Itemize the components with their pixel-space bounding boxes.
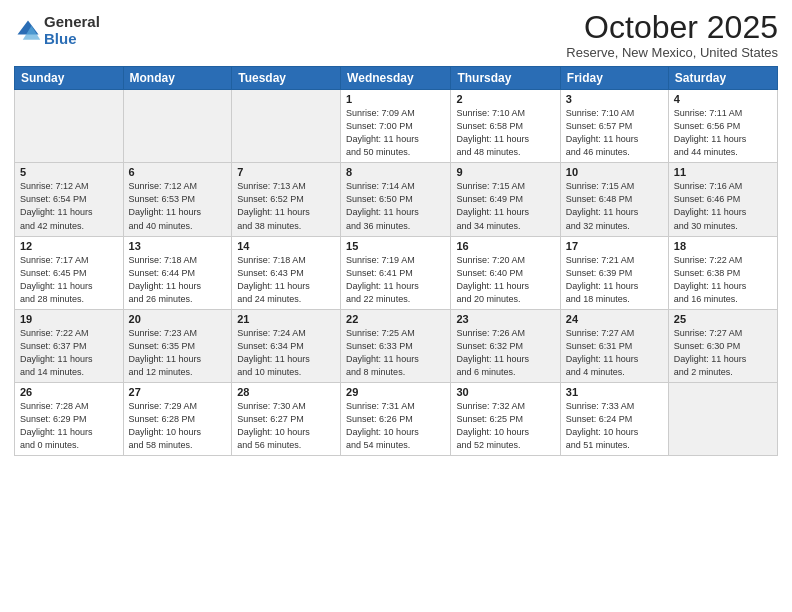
day-info: Sunrise: 7:30 AM Sunset: 6:27 PM Dayligh…: [237, 400, 335, 452]
day-number: 31: [566, 386, 663, 398]
day-info: Sunrise: 7:10 AM Sunset: 6:58 PM Dayligh…: [456, 107, 554, 159]
day-info: Sunrise: 7:18 AM Sunset: 6:43 PM Dayligh…: [237, 254, 335, 306]
table-row: 4Sunrise: 7:11 AM Sunset: 6:56 PM Daylig…: [668, 90, 777, 163]
table-row: 12Sunrise: 7:17 AM Sunset: 6:45 PM Dayli…: [15, 236, 124, 309]
logo-general-text: General: [44, 14, 100, 31]
day-number: 15: [346, 240, 445, 252]
day-info: Sunrise: 7:09 AM Sunset: 7:00 PM Dayligh…: [346, 107, 445, 159]
header-tuesday: Tuesday: [232, 67, 341, 90]
day-number: 9: [456, 166, 554, 178]
day-info: Sunrise: 7:23 AM Sunset: 6:35 PM Dayligh…: [129, 327, 227, 379]
day-info: Sunrise: 7:25 AM Sunset: 6:33 PM Dayligh…: [346, 327, 445, 379]
day-number: 12: [20, 240, 118, 252]
day-number: 5: [20, 166, 118, 178]
table-row: 25Sunrise: 7:27 AM Sunset: 6:30 PM Dayli…: [668, 309, 777, 382]
day-info: Sunrise: 7:32 AM Sunset: 6:25 PM Dayligh…: [456, 400, 554, 452]
table-row: 18Sunrise: 7:22 AM Sunset: 6:38 PM Dayli…: [668, 236, 777, 309]
table-row: 22Sunrise: 7:25 AM Sunset: 6:33 PM Dayli…: [341, 309, 451, 382]
day-info: Sunrise: 7:15 AM Sunset: 6:49 PM Dayligh…: [456, 180, 554, 232]
table-row: 8Sunrise: 7:14 AM Sunset: 6:50 PM Daylig…: [341, 163, 451, 236]
calendar-week-row: 19Sunrise: 7:22 AM Sunset: 6:37 PM Dayli…: [15, 309, 778, 382]
header-wednesday: Wednesday: [341, 67, 451, 90]
day-info: Sunrise: 7:18 AM Sunset: 6:44 PM Dayligh…: [129, 254, 227, 306]
day-info: Sunrise: 7:31 AM Sunset: 6:26 PM Dayligh…: [346, 400, 445, 452]
table-row: 5Sunrise: 7:12 AM Sunset: 6:54 PM Daylig…: [15, 163, 124, 236]
day-info: Sunrise: 7:13 AM Sunset: 6:52 PM Dayligh…: [237, 180, 335, 232]
day-info: Sunrise: 7:26 AM Sunset: 6:32 PM Dayligh…: [456, 327, 554, 379]
table-row: 20Sunrise: 7:23 AM Sunset: 6:35 PM Dayli…: [123, 309, 232, 382]
day-info: Sunrise: 7:22 AM Sunset: 6:37 PM Dayligh…: [20, 327, 118, 379]
day-number: 17: [566, 240, 663, 252]
day-info: Sunrise: 7:11 AM Sunset: 6:56 PM Dayligh…: [674, 107, 772, 159]
table-row: 29Sunrise: 7:31 AM Sunset: 6:26 PM Dayli…: [341, 382, 451, 455]
day-number: 10: [566, 166, 663, 178]
day-number: 27: [129, 386, 227, 398]
day-number: 25: [674, 313, 772, 325]
table-row: 17Sunrise: 7:21 AM Sunset: 6:39 PM Dayli…: [560, 236, 668, 309]
day-info: Sunrise: 7:15 AM Sunset: 6:48 PM Dayligh…: [566, 180, 663, 232]
table-row: [232, 90, 341, 163]
table-row: 6Sunrise: 7:12 AM Sunset: 6:53 PM Daylig…: [123, 163, 232, 236]
page: General Blue October 2025 Reserve, New M…: [0, 0, 792, 612]
table-row: 28Sunrise: 7:30 AM Sunset: 6:27 PM Dayli…: [232, 382, 341, 455]
header-monday: Monday: [123, 67, 232, 90]
day-number: 19: [20, 313, 118, 325]
table-row: 24Sunrise: 7:27 AM Sunset: 6:31 PM Dayli…: [560, 309, 668, 382]
table-row: 15Sunrise: 7:19 AM Sunset: 6:41 PM Dayli…: [341, 236, 451, 309]
table-row: 11Sunrise: 7:16 AM Sunset: 6:46 PM Dayli…: [668, 163, 777, 236]
header-friday: Friday: [560, 67, 668, 90]
header-thursday: Thursday: [451, 67, 560, 90]
table-row: 13Sunrise: 7:18 AM Sunset: 6:44 PM Dayli…: [123, 236, 232, 309]
table-row: [15, 90, 124, 163]
table-row: 23Sunrise: 7:26 AM Sunset: 6:32 PM Dayli…: [451, 309, 560, 382]
day-number: 24: [566, 313, 663, 325]
day-info: Sunrise: 7:20 AM Sunset: 6:40 PM Dayligh…: [456, 254, 554, 306]
table-row: 1Sunrise: 7:09 AM Sunset: 7:00 PM Daylig…: [341, 90, 451, 163]
table-row: 31Sunrise: 7:33 AM Sunset: 6:24 PM Dayli…: [560, 382, 668, 455]
table-row: [668, 382, 777, 455]
table-row: 9Sunrise: 7:15 AM Sunset: 6:49 PM Daylig…: [451, 163, 560, 236]
day-info: Sunrise: 7:12 AM Sunset: 6:53 PM Dayligh…: [129, 180, 227, 232]
month-title: October 2025: [566, 10, 778, 45]
day-info: Sunrise: 7:17 AM Sunset: 6:45 PM Dayligh…: [20, 254, 118, 306]
day-number: 13: [129, 240, 227, 252]
day-number: 3: [566, 93, 663, 105]
calendar-table: Sunday Monday Tuesday Wednesday Thursday…: [14, 66, 778, 456]
day-number: 23: [456, 313, 554, 325]
day-info: Sunrise: 7:33 AM Sunset: 6:24 PM Dayligh…: [566, 400, 663, 452]
day-info: Sunrise: 7:19 AM Sunset: 6:41 PM Dayligh…: [346, 254, 445, 306]
day-number: 26: [20, 386, 118, 398]
day-info: Sunrise: 7:12 AM Sunset: 6:54 PM Dayligh…: [20, 180, 118, 232]
logo-text: General Blue: [44, 14, 100, 47]
day-number: 14: [237, 240, 335, 252]
table-row: 26Sunrise: 7:28 AM Sunset: 6:29 PM Dayli…: [15, 382, 124, 455]
title-block: October 2025 Reserve, New Mexico, United…: [566, 10, 778, 60]
day-number: 18: [674, 240, 772, 252]
table-row: 16Sunrise: 7:20 AM Sunset: 6:40 PM Dayli…: [451, 236, 560, 309]
logo: General Blue: [14, 14, 100, 47]
table-row: 27Sunrise: 7:29 AM Sunset: 6:28 PM Dayli…: [123, 382, 232, 455]
header: General Blue October 2025 Reserve, New M…: [14, 10, 778, 60]
calendar-week-row: 12Sunrise: 7:17 AM Sunset: 6:45 PM Dayli…: [15, 236, 778, 309]
table-row: 10Sunrise: 7:15 AM Sunset: 6:48 PM Dayli…: [560, 163, 668, 236]
table-row: 3Sunrise: 7:10 AM Sunset: 6:57 PM Daylig…: [560, 90, 668, 163]
day-number: 2: [456, 93, 554, 105]
day-info: Sunrise: 7:27 AM Sunset: 6:30 PM Dayligh…: [674, 327, 772, 379]
day-info: Sunrise: 7:27 AM Sunset: 6:31 PM Dayligh…: [566, 327, 663, 379]
calendar-header-row: Sunday Monday Tuesday Wednesday Thursday…: [15, 67, 778, 90]
logo-blue-text: Blue: [44, 31, 100, 48]
day-info: Sunrise: 7:22 AM Sunset: 6:38 PM Dayligh…: [674, 254, 772, 306]
logo-icon: [14, 17, 42, 45]
day-number: 22: [346, 313, 445, 325]
day-info: Sunrise: 7:21 AM Sunset: 6:39 PM Dayligh…: [566, 254, 663, 306]
day-number: 29: [346, 386, 445, 398]
table-row: 21Sunrise: 7:24 AM Sunset: 6:34 PM Dayli…: [232, 309, 341, 382]
day-number: 7: [237, 166, 335, 178]
day-number: 1: [346, 93, 445, 105]
table-row: 14Sunrise: 7:18 AM Sunset: 6:43 PM Dayli…: [232, 236, 341, 309]
calendar-week-row: 1Sunrise: 7:09 AM Sunset: 7:00 PM Daylig…: [15, 90, 778, 163]
calendar-week-row: 26Sunrise: 7:28 AM Sunset: 6:29 PM Dayli…: [15, 382, 778, 455]
day-number: 16: [456, 240, 554, 252]
day-number: 30: [456, 386, 554, 398]
day-info: Sunrise: 7:29 AM Sunset: 6:28 PM Dayligh…: [129, 400, 227, 452]
